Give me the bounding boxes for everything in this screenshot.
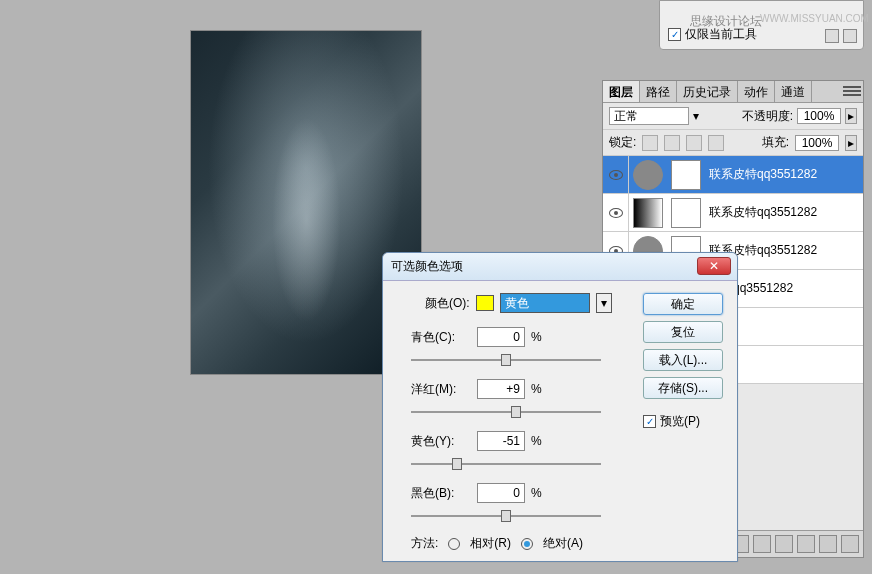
- layer-item[interactable]: 联系皮特qq3551282: [603, 194, 863, 232]
- load-button[interactable]: 载入(L)...: [643, 349, 723, 371]
- save-button[interactable]: 存储(S)...: [643, 377, 723, 399]
- visibility-toggle[interactable]: [603, 194, 629, 231]
- opacity-dropdown-icon[interactable]: ▸: [845, 108, 857, 124]
- tab-channels[interactable]: 通道: [775, 81, 812, 102]
- blend-mode-select[interactable]: 正常: [609, 107, 689, 125]
- layer-name: 联系皮特qq3551282: [709, 166, 817, 183]
- method-absolute-radio[interactable]: [521, 538, 533, 550]
- fill-label: 填充:: [762, 134, 789, 151]
- color-dropdown-icon[interactable]: ▾: [596, 293, 612, 313]
- slider-thumb[interactable]: [452, 458, 462, 470]
- slider-label: 青色(C):: [411, 329, 471, 346]
- layer-mask-thumbnail[interactable]: [671, 160, 701, 190]
- lock-label: 锁定:: [609, 134, 636, 151]
- group-icon[interactable]: [797, 535, 815, 553]
- current-tool-only-checkbox[interactable]: 仅限当前工具: [668, 26, 757, 43]
- tab-history[interactable]: 历史记录: [677, 81, 738, 102]
- eye-icon: [609, 170, 623, 180]
- ok-button[interactable]: 确定: [643, 293, 723, 315]
- fill-value[interactable]: 100%: [795, 135, 839, 151]
- checkbox-label: 仅限当前工具: [685, 26, 757, 43]
- layer-thumbnail[interactable]: [633, 198, 663, 228]
- slider-track[interactable]: [411, 351, 601, 369]
- lock-transparency-icon[interactable]: [642, 135, 658, 151]
- slider-thumb[interactable]: [501, 510, 511, 522]
- lock-position-icon[interactable]: [686, 135, 702, 151]
- slider-label: 黑色(B):: [411, 485, 471, 502]
- slider-track[interactable]: [411, 455, 601, 473]
- opacity-value[interactable]: 100%: [797, 108, 841, 124]
- color-swatch: [476, 295, 494, 311]
- method-absolute-label: 绝对(A): [543, 535, 583, 552]
- lock-all-icon[interactable]: [708, 135, 724, 151]
- preview-label: 预览(P): [660, 413, 700, 430]
- panel-tabs: 图层 路径 历史记录 动作 通道: [603, 81, 863, 103]
- fill-dropdown-icon[interactable]: ▸: [845, 135, 857, 151]
- tab-actions[interactable]: 动作: [738, 81, 775, 102]
- opacity-label: 不透明度:: [742, 108, 793, 125]
- close-icon: ✕: [709, 259, 719, 273]
- layer-item[interactable]: 联系皮特qq3551282: [603, 156, 863, 194]
- slider-thumb[interactable]: [511, 406, 521, 418]
- slider-value-input[interactable]: [477, 431, 525, 451]
- slider-label: 洋红(M):: [411, 381, 471, 398]
- eye-icon: [609, 208, 623, 218]
- color-select[interactable]: 黄色: [500, 293, 590, 313]
- slider-value-input[interactable]: [477, 379, 525, 399]
- reset-button[interactable]: 复位: [643, 321, 723, 343]
- checkbox-icon: [668, 28, 681, 41]
- percent-label: %: [531, 486, 547, 500]
- method-relative-label: 相对(R): [470, 535, 511, 552]
- selective-color-dialog: 可选颜色选项 ✕ 颜色(O): 黄色 ▾ 青色(C):%洋红(M):%黄色(Y)…: [382, 252, 738, 562]
- method-label: 方法:: [411, 535, 438, 552]
- panel-icon-2[interactable]: [843, 29, 857, 43]
- percent-label: %: [531, 330, 547, 344]
- panel-menu-icon[interactable]: [843, 83, 861, 99]
- method-relative-radio[interactable]: [448, 538, 460, 550]
- percent-label: %: [531, 434, 547, 448]
- chevron-down-icon[interactable]: ▾: [693, 109, 699, 123]
- panel-icon-1[interactable]: [825, 29, 839, 43]
- checkbox-icon: [643, 415, 656, 428]
- new-layer-icon[interactable]: [819, 535, 837, 553]
- dialog-title: 可选颜色选项: [391, 258, 463, 275]
- tab-paths[interactable]: 路径: [640, 81, 677, 102]
- slider-value-input[interactable]: [477, 327, 525, 347]
- layer-thumbnail[interactable]: [633, 160, 663, 190]
- slider-track[interactable]: [411, 507, 601, 525]
- percent-label: %: [531, 382, 547, 396]
- tab-layers[interactable]: 图层: [603, 81, 640, 102]
- delete-layer-icon[interactable]: [841, 535, 859, 553]
- preview-checkbox[interactable]: 预览(P): [643, 413, 723, 430]
- slider-thumb[interactable]: [501, 354, 511, 366]
- layer-name: 联系皮特qq3551282: [709, 204, 817, 221]
- layer-mask-thumbnail[interactable]: [671, 198, 701, 228]
- visibility-toggle[interactable]: [603, 156, 629, 193]
- layer-mask-icon[interactable]: [753, 535, 771, 553]
- slider-track[interactable]: [411, 403, 601, 421]
- dialog-titlebar[interactable]: 可选颜色选项 ✕: [383, 253, 737, 281]
- color-label: 颜色(O):: [425, 295, 470, 312]
- options-panel: 思缘设计论坛 WWW.MISSYUAN.COM 仅限当前工具: [659, 0, 864, 50]
- adjustment-layer-icon[interactable]: [775, 535, 793, 553]
- slider-label: 黄色(Y):: [411, 433, 471, 450]
- watermark-url: WWW.MISSYUAN.COM: [760, 13, 869, 24]
- slider-value-input[interactable]: [477, 483, 525, 503]
- lock-pixels-icon[interactable]: [664, 135, 680, 151]
- close-button[interactable]: ✕: [697, 257, 731, 275]
